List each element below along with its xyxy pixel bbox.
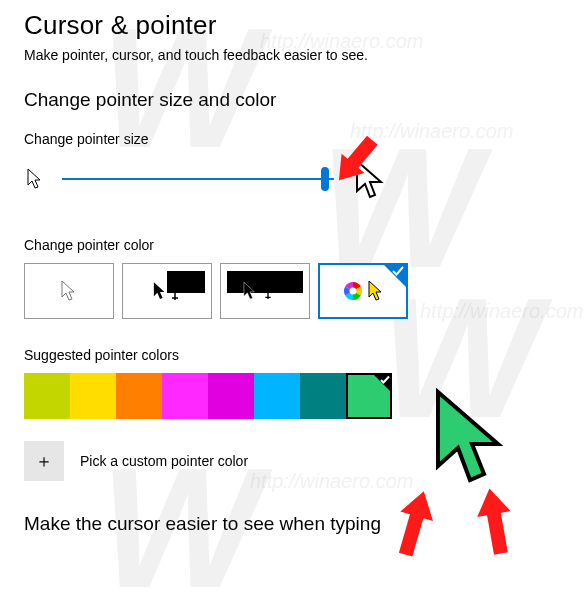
- section-heading-size-color: Change pointer size and color: [24, 89, 564, 111]
- color-swatch[interactable]: [116, 373, 162, 419]
- page-subtitle: Make pointer, cursor, and touch feedback…: [24, 47, 564, 63]
- color-option-inverted[interactable]: [220, 263, 310, 319]
- svg-point-0: [350, 288, 357, 295]
- slider-track: [62, 178, 334, 180]
- custom-color-row: ＋ Pick a custom pointer color: [24, 441, 564, 481]
- color-swatch[interactable]: [70, 373, 116, 419]
- large-cursor-icon: [350, 157, 390, 201]
- page-title: Cursor & pointer: [24, 10, 564, 41]
- pick-custom-color-label: Pick a custom pointer color: [80, 453, 248, 469]
- color-option-custom[interactable]: [318, 263, 408, 319]
- color-swatch[interactable]: [300, 373, 346, 419]
- pointer-size-label: Change pointer size: [24, 131, 564, 147]
- color-option-black[interactable]: [122, 263, 212, 319]
- pointer-color-label: Change pointer color: [24, 237, 564, 253]
- pointer-size-slider[interactable]: [62, 165, 334, 193]
- yellow-cursor-icon: [368, 280, 384, 302]
- section-heading-cursor: Make the cursor easier to see when typin…: [24, 513, 564, 535]
- pointer-color-options: [24, 263, 564, 319]
- color-swatch[interactable]: [254, 373, 300, 419]
- color-swatch[interactable]: [208, 373, 254, 419]
- suggested-color-swatches: [24, 373, 564, 419]
- check-icon: [379, 374, 391, 386]
- small-cursor-icon: [24, 164, 46, 194]
- color-wheel-icon: [342, 280, 364, 302]
- color-swatch[interactable]: [346, 373, 392, 419]
- color-swatch[interactable]: [24, 373, 70, 419]
- pick-custom-color-button[interactable]: ＋: [24, 441, 64, 481]
- slider-thumb[interactable]: [321, 167, 329, 191]
- color-option-white[interactable]: [24, 263, 114, 319]
- pointer-size-row: [24, 157, 564, 201]
- color-swatch[interactable]: [162, 373, 208, 419]
- suggested-colors-label: Suggested pointer colors: [24, 347, 564, 363]
